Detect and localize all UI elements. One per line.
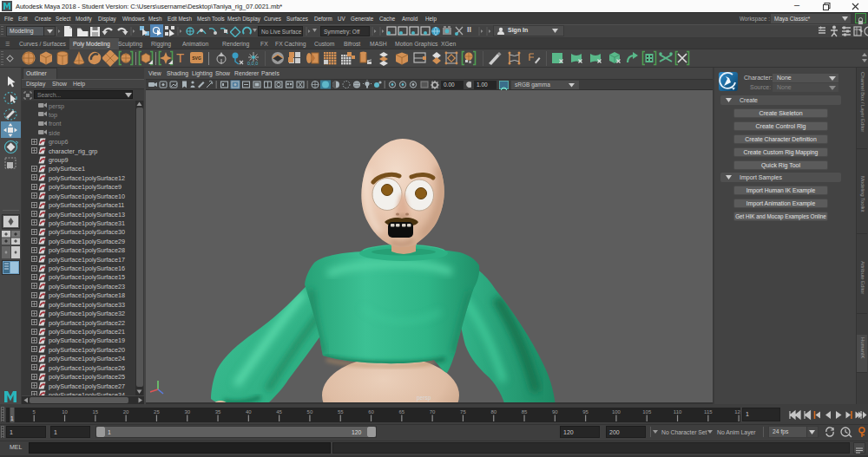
svg-text:55: 55: [338, 409, 344, 415]
svg-text:20: 20: [123, 409, 129, 415]
svg-text:1: 1: [10, 415, 14, 421]
svg-text:15: 15: [92, 409, 98, 415]
svg-text:80: 80: [490, 409, 496, 415]
svg-text:40: 40: [246, 409, 252, 415]
svg-text:120: 120: [734, 409, 740, 415]
svg-text:90: 90: [552, 409, 558, 415]
svg-text:persp: persp: [417, 395, 431, 402]
svg-text:35: 35: [215, 409, 221, 415]
svg-text:105: 105: [642, 409, 652, 415]
svg-text:45: 45: [276, 409, 282, 415]
svg-text:65: 65: [398, 409, 404, 415]
svg-text:70: 70: [430, 409, 436, 415]
svg-text:75: 75: [460, 409, 466, 415]
svg-text:50: 50: [307, 409, 313, 415]
svg-text:100: 100: [612, 409, 621, 415]
svg-text:110: 110: [674, 409, 682, 415]
svg-text:10: 10: [62, 409, 68, 415]
svg-text:30: 30: [184, 409, 190, 415]
svg-text:60: 60: [368, 409, 374, 415]
svg-text:0,0,0: 0,0,0: [247, 61, 258, 66]
svg-text:25: 25: [154, 409, 160, 415]
svg-text:85: 85: [522, 409, 528, 415]
svg-text:95: 95: [582, 409, 589, 415]
svg-text:115: 115: [704, 409, 713, 415]
